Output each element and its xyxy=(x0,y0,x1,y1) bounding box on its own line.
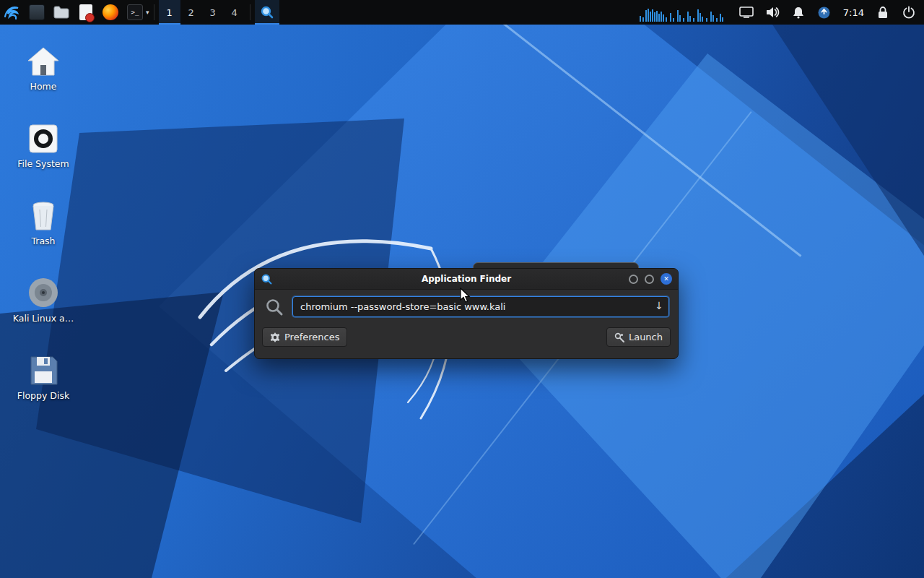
terminal-icon[interactable]: >_ xyxy=(125,2,145,22)
panel-separator xyxy=(250,4,250,20)
search-row: ↓ xyxy=(255,290,678,322)
command-input[interactable] xyxy=(292,296,669,317)
clock[interactable]: 7:14 xyxy=(843,7,864,18)
history-dropdown-icon[interactable]: ↓ xyxy=(655,300,663,311)
workspace-4[interactable]: 4 xyxy=(224,0,245,25)
firefox-icon[interactable] xyxy=(100,2,121,22)
file-manager-icon[interactable] xyxy=(51,2,71,22)
drive-icon xyxy=(7,118,79,154)
text-editor-icon[interactable] xyxy=(76,2,96,22)
application-finder-window: Application Finder ✕ ↓ Preferences xyxy=(254,268,679,359)
maximize-button[interactable] xyxy=(645,275,654,284)
power-glyph xyxy=(902,6,915,19)
speaker-glyph xyxy=(765,6,780,19)
update-glyph xyxy=(817,6,831,20)
padlock-glyph xyxy=(877,6,889,19)
kali-logo xyxy=(4,4,21,21)
desktop-icon-label: File System xyxy=(7,158,79,169)
panel-tray: 7:14 xyxy=(638,0,924,25)
taskbar-application-finder[interactable] xyxy=(255,0,279,25)
display-icon[interactable] xyxy=(737,3,756,22)
document-icon xyxy=(79,4,92,20)
button-row: Preferences Launch xyxy=(255,322,678,353)
volume-icon[interactable] xyxy=(763,3,782,22)
launch-label: Launch xyxy=(629,332,663,342)
search-app-icon xyxy=(260,5,274,20)
home-icon xyxy=(7,40,79,77)
desktop-icon-label: Trash xyxy=(7,236,79,246)
status-updates-icon[interactable] xyxy=(815,3,834,22)
floppy-icon xyxy=(7,350,79,386)
launch-button[interactable]: Launch xyxy=(606,327,671,347)
workspace-2[interactable]: 2 xyxy=(180,0,202,25)
search-icon xyxy=(265,298,284,316)
trash-icon xyxy=(7,195,79,231)
minimize-button[interactable] xyxy=(629,275,638,284)
top-panel: >_ ▾ 1 2 3 4 xyxy=(0,0,924,25)
desktop-icon-file-system[interactable]: File System xyxy=(7,118,79,169)
desktop-icon-kali-cdrom[interactable]: Kali Linux a… xyxy=(7,272,79,324)
cpu-graph-icon[interactable] xyxy=(638,3,726,22)
kali-menu-icon[interactable] xyxy=(2,2,22,22)
gear-icon xyxy=(270,332,280,342)
desktop-icon-label: Floppy Disk xyxy=(7,390,79,401)
preferences-label: Preferences xyxy=(284,332,339,342)
preferences-button[interactable]: Preferences xyxy=(262,327,347,347)
desktop-icon-label: Kali Linux a… xyxy=(7,313,79,324)
terminal-dropdown-chevron[interactable]: ▾ xyxy=(146,9,149,16)
lock-screen-icon[interactable] xyxy=(873,3,892,22)
terminal-glyph-icon: >_ xyxy=(127,4,143,20)
titlebar[interactable]: Application Finder ✕ xyxy=(255,269,678,290)
panel-launchers: >_ ▾ 1 2 3 4 xyxy=(0,0,279,25)
screen-glyph xyxy=(739,7,754,18)
workspace-3[interactable]: 3 xyxy=(202,0,224,25)
desktop-icon-trash[interactable]: Trash xyxy=(7,195,79,246)
window-title: Application Finder xyxy=(255,274,678,284)
firefox-globe-icon xyxy=(103,4,118,20)
window-title-icon xyxy=(261,273,273,285)
folder-icon xyxy=(53,6,69,19)
files-app-icon[interactable] xyxy=(27,2,47,22)
desktop-icon-floppy[interactable]: Floppy Disk xyxy=(7,350,79,401)
cdrom-icon xyxy=(7,272,79,309)
panel-separator xyxy=(154,4,154,20)
workspace-1[interactable]: 1 xyxy=(159,0,180,25)
launch-icon xyxy=(614,332,624,342)
window-icon xyxy=(29,4,45,20)
desktop-icon-home[interactable]: Home xyxy=(7,40,79,92)
bell-glyph xyxy=(792,6,805,19)
notifications-icon[interactable] xyxy=(789,3,808,22)
close-button[interactable]: ✕ xyxy=(661,273,672,285)
logout-icon[interactable] xyxy=(899,3,918,22)
desktop-icon-label: Home xyxy=(7,81,79,92)
